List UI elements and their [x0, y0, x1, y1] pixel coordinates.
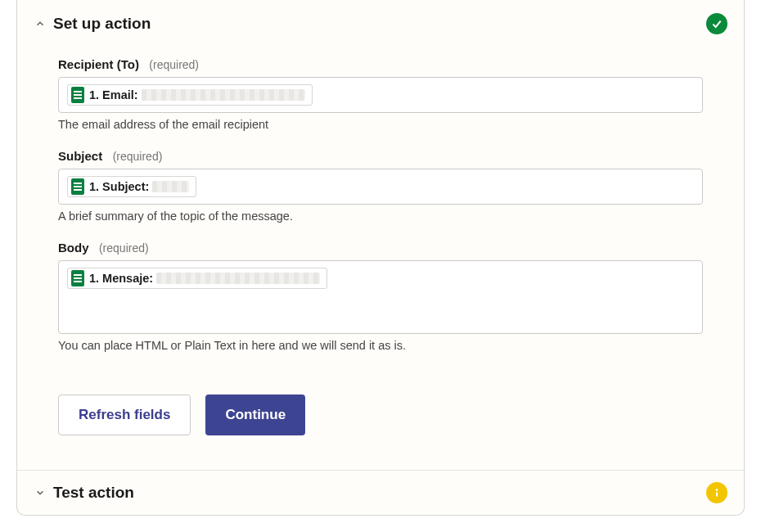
- sheets-icon: [71, 178, 84, 195]
- subject-input[interactable]: 1. Subject:: [58, 169, 703, 205]
- field-recipient-label-row: Recipient (To) (required): [58, 57, 703, 72]
- test-action-section: Test action: [17, 470, 744, 515]
- recipient-input[interactable]: 1. Email:: [58, 77, 703, 113]
- subject-pill-label: 1. Subject:: [89, 180, 149, 193]
- redacted-value: [156, 273, 320, 284]
- setup-action-section: Set up action Recipient (To) (required) …: [17, 0, 744, 470]
- field-body-label: Body: [58, 241, 89, 255]
- chevron-up-icon: [34, 17, 47, 30]
- required-tag: (required): [99, 241, 149, 255]
- redacted-value: [142, 89, 305, 101]
- field-recipient-label: Recipient (To): [58, 57, 139, 71]
- action-panel: Set up action Recipient (To) (required) …: [16, 0, 745, 516]
- sheets-icon: [71, 87, 84, 103]
- body-input[interactable]: 1. Mensaje:: [58, 260, 703, 334]
- button-row: Refresh fields Continue: [34, 378, 727, 460]
- body-pill-label: 1. Mensaje:: [89, 272, 153, 285]
- form-area: Recipient (To) (required) 1. Email: The …: [34, 33, 727, 378]
- field-subject-label-row: Subject (required): [58, 149, 703, 164]
- body-help: You can place HTML or Plain Text in here…: [58, 339, 703, 352]
- svg-rect-1: [716, 492, 718, 496]
- recipient-pill-label: 1. Email:: [89, 88, 138, 101]
- body-pill[interactable]: 1. Mensaje:: [67, 268, 327, 289]
- svg-point-0: [716, 489, 718, 491]
- recipient-help: The email address of the email recipient: [58, 118, 703, 131]
- field-body: Body (required) 1. Mensaje: You can plac…: [58, 241, 703, 352]
- subject-help: A brief summary of the topic of the mess…: [58, 210, 703, 223]
- setup-action-title: Set up action: [53, 15, 151, 33]
- chevron-down-icon: [34, 486, 47, 499]
- test-action-title: Test action: [53, 484, 134, 502]
- field-body-label-row: Body (required): [58, 241, 703, 255]
- sheets-icon: [71, 270, 84, 286]
- field-subject: Subject (required) 1. Subject: A brief s…: [58, 149, 703, 223]
- subject-pill[interactable]: 1. Subject:: [67, 176, 196, 197]
- refresh-fields-button[interactable]: Refresh fields: [58, 394, 191, 435]
- test-action-header[interactable]: Test action: [34, 484, 727, 502]
- redacted-value: [152, 181, 189, 192]
- field-recipient: Recipient (To) (required) 1. Email: The …: [58, 57, 703, 131]
- recipient-pill[interactable]: 1. Email:: [67, 84, 313, 106]
- required-tag: (required): [113, 150, 163, 163]
- status-warning-icon: [706, 482, 727, 503]
- status-success-icon: [706, 13, 727, 34]
- setup-action-header[interactable]: Set up action: [34, 15, 727, 33]
- required-tag: (required): [149, 58, 199, 71]
- continue-button[interactable]: Continue: [205, 394, 305, 435]
- field-subject-label: Subject: [58, 149, 102, 163]
